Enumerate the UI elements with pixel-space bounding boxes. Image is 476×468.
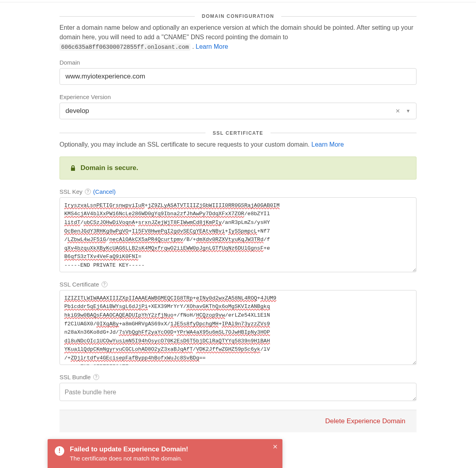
domain-config-intro: Enter a domain name below and optionally… — [60, 23, 416, 52]
footer-actions: Delete Experience Domain — [60, 410, 416, 432]
cname-value: 606c635a8ff06300072855ff.onlosant.com — [60, 44, 190, 51]
help-icon[interactable]: ? — [85, 189, 91, 195]
domain-label: Domain — [60, 59, 416, 66]
error-toast: ! Failed to update Experience Domain! Th… — [48, 439, 282, 468]
lock-icon — [70, 165, 76, 171]
toast-title: Failed to update Experience Domain! — [70, 445, 188, 453]
close-icon[interactable]: ✕ — [273, 443, 278, 451]
ssl-key-cancel[interactable]: (Cancel) — [93, 188, 116, 195]
ssl-key-label: SSL Key — [60, 188, 83, 195]
ssl-intro: Optionally, you may include an SSL certi… — [60, 140, 416, 149]
experience-version-label: Experience Version — [60, 94, 416, 100]
toast-message: The certificate does not match the domai… — [70, 455, 188, 462]
ssl-bundle-textarea[interactable] — [60, 383, 416, 401]
learn-more-link-domain[interactable]: Learn More — [196, 43, 228, 50]
domain-input[interactable] — [60, 68, 416, 85]
clear-select-icon[interactable]: ✕ — [395, 108, 400, 114]
ssl-cert-label: SSL Certificate — [60, 281, 99, 288]
help-icon[interactable]: ? — [102, 281, 107, 287]
experience-version-select[interactable]: develop ✕ ▼ — [60, 103, 416, 119]
delete-domain-button[interactable]: Delete Experience Domain — [325, 417, 405, 425]
section-title: DOMAIN CONFIGURATION — [195, 13, 281, 19]
help-icon[interactable]: ? — [93, 374, 99, 380]
experience-version-value: develop — [65, 107, 89, 115]
ssl-key-textarea[interactable] — [60, 197, 416, 272]
section-header-domain-config: DOMAIN CONFIGURATION — [60, 13, 416, 19]
domain-secure-alert: Domain is secure. — [60, 157, 416, 180]
learn-more-link-ssl[interactable]: Learn More — [311, 141, 344, 148]
top-divider — [0, 2, 476, 2]
ssl-bundle-label: SSL Bundle — [60, 374, 91, 380]
alert-icon: ! — [55, 446, 64, 456]
section-header-ssl: SSL CERTIFICATE — [60, 130, 416, 136]
chevron-down-icon[interactable]: ▼ — [406, 108, 411, 114]
ssl-cert-textarea[interactable] — [60, 290, 416, 365]
section-title: SSL CERTIFICATE — [205, 130, 270, 136]
domain-secure-text: Domain is secure. — [81, 164, 138, 172]
